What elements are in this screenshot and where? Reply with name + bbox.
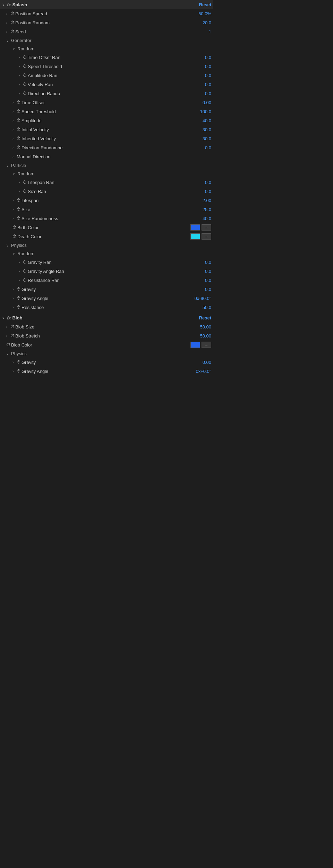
splash-collapse-arrow[interactable]: ∨: [2, 3, 6, 7]
particle-collapse-arrow[interactable]: ∨: [6, 164, 10, 167]
lifespan-row[interactable]: › ⏱ Lifespan 2.00: [0, 196, 213, 205]
direction-randomne-row[interactable]: › ⏱ Direction Randomne 0.0: [0, 143, 213, 152]
expand-arrow-direction-randomne[interactable]: ›: [12, 146, 17, 150]
blob-physics-collapse-arrow[interactable]: ∨: [6, 352, 10, 356]
expand-arrow-initial-velocity[interactable]: ›: [12, 128, 17, 132]
stopwatch-icon-blob-gravity[interactable]: ⏱: [17, 360, 21, 365]
death-color-arrow-btn[interactable]: →: [202, 233, 211, 240]
lifespan-ran-value[interactable]: 0.0: [205, 180, 211, 185]
stopwatch-icon-inherited-velocity[interactable]: ⏱: [17, 136, 21, 141]
gravity-ran-value[interactable]: 0.0: [205, 260, 211, 265]
generator-collapse-arrow[interactable]: ∨: [6, 39, 10, 42]
expand-arrow-time-offset[interactable]: ›: [12, 101, 17, 105]
expand-arrow-inherited-velocity[interactable]: ›: [12, 137, 17, 141]
expand-arrow-splash-gravity[interactable]: ›: [12, 287, 17, 291]
particle-random-collapse-arrow[interactable]: ∨: [12, 172, 16, 176]
expand-arrow-seed[interactable]: ›: [6, 30, 10, 34]
expand-arrow-blob-size[interactable]: ›: [6, 325, 10, 329]
expand-arrow-blob-stretch[interactable]: ›: [6, 334, 10, 338]
stopwatch-icon-gravity-ran[interactable]: ⏱: [23, 260, 27, 265]
expand-arrow-velocity-ran[interactable]: ›: [19, 83, 23, 86]
expand-arrow-size-ran[interactable]: ›: [19, 190, 23, 193]
blob-size-value[interactable]: 50.00: [200, 324, 211, 329]
blob-gravity-angle-row[interactable]: › ⏱ Gravity Angle 0x+0.0°: [0, 367, 213, 376]
blob-stretch-value[interactable]: 50.00: [200, 333, 211, 339]
stopwatch-icon-splash-gravity[interactable]: ⏱: [17, 287, 21, 292]
blob-physics-header[interactable]: ∨ Physics: [0, 349, 213, 358]
expand-arrow-splash-gravity-angle[interactable]: ›: [12, 297, 17, 300]
velocity-ran-value[interactable]: 0.0: [205, 82, 211, 87]
blob-color-row[interactable]: ⏱ Blob Color →: [0, 340, 213, 349]
generator-random-header[interactable]: ∨ Random: [0, 44, 213, 53]
stopwatch-icon-size-ran[interactable]: ⏱: [23, 189, 27, 194]
expand-arrow-direction-rando[interactable]: ›: [19, 92, 23, 95]
stopwatch-icon-blob-stretch[interactable]: ⏱: [10, 333, 15, 338]
blob-color-swatch[interactable]: [190, 342, 200, 348]
splash-gravity-angle-value[interactable]: 0x-90.0°: [194, 296, 211, 301]
expand-arrow-speed-threshold[interactable]: ›: [12, 110, 17, 114]
expand-arrow-lifespan-ran[interactable]: ›: [19, 181, 23, 184]
death-color-swatch[interactable]: [190, 233, 200, 240]
blob-color-arrow-btn[interactable]: →: [202, 342, 211, 348]
stopwatch-icon-gravity-angle-ran[interactable]: ⏱: [23, 269, 27, 274]
time-offset-row[interactable]: › ⏱ Time Offset 0.00: [0, 98, 213, 107]
expand-arrow-blob-gravity[interactable]: ›: [12, 360, 17, 364]
amplitude-ran-value[interactable]: 0.0: [205, 73, 211, 78]
stopwatch-icon-velocity-ran[interactable]: ⏱: [23, 82, 27, 87]
death-color-row[interactable]: ⏱ Death Color →: [0, 232, 213, 241]
stopwatch-icon-time-offset[interactable]: ⏱: [17, 100, 21, 105]
initial-velocity-value[interactable]: 30.0: [203, 127, 211, 132]
gravity-ran-row[interactable]: › ⏱ Gravity Ran 0.0: [0, 258, 213, 267]
stopwatch-icon-speed-threshold[interactable]: ⏱: [17, 109, 21, 114]
size-row[interactable]: › ⏱ Size 25.0: [0, 205, 213, 214]
blob-header[interactable]: ∨ fx Blob Reset: [0, 313, 213, 322]
stopwatch-icon-seed[interactable]: ⏱: [10, 29, 15, 34]
time-offset-ran-value[interactable]: 0.0: [205, 55, 211, 60]
stopwatch-icon-splash-resistance[interactable]: ⏱: [17, 305, 21, 310]
expand-arrow-amplitude-ran[interactable]: ›: [19, 74, 23, 77]
birth-color-swatch[interactable]: [190, 224, 200, 231]
gravity-angle-ran-value[interactable]: 0.0: [205, 269, 211, 274]
position-spread-row[interactable]: › ⏱ Position Spread 50.0%: [0, 9, 213, 18]
blob-reset-button[interactable]: Reset: [199, 315, 211, 320]
particle-random-header[interactable]: ∨ Random: [0, 169, 213, 178]
stopwatch-icon-direction-rando[interactable]: ⏱: [23, 91, 27, 96]
position-random-row[interactable]: › ⏱ Position Random 20.0: [0, 18, 213, 27]
time-offset-value[interactable]: 0.00: [203, 100, 211, 105]
amplitude-value[interactable]: 40.0: [203, 118, 211, 123]
stopwatch-icon-amplitude-ran[interactable]: ⏱: [23, 73, 27, 78]
initial-velocity-row[interactable]: › ⏱ Initial Velocity 30.0: [0, 125, 213, 134]
size-value[interactable]: 25.0: [203, 207, 211, 212]
blob-gravity-angle-value[interactable]: 0x+0.0°: [196, 369, 211, 374]
splash-physics-random-header[interactable]: ∨ Random: [0, 249, 213, 258]
stopwatch-icon-position-random[interactable]: ⏱: [10, 20, 15, 25]
speed-threshold-value[interactable]: 100.0: [200, 109, 211, 114]
size-randomness-row[interactable]: › ⏱ Size Randomness 40.0: [0, 214, 213, 223]
expand-arrow-blob-gravity-angle[interactable]: ›: [12, 369, 17, 373]
stopwatch-icon-time-offset-ran[interactable]: ⏱: [23, 55, 27, 60]
stopwatch-icon-birth-color[interactable]: ⏱: [12, 225, 17, 230]
inherited-velocity-value[interactable]: 30.0: [203, 136, 211, 141]
amplitude-ran-row[interactable]: › ⏱ Amplitude Ran 0.0: [0, 71, 213, 80]
generator-header[interactable]: ∨ Generator: [0, 36, 213, 44]
size-randomness-value[interactable]: 40.0: [203, 216, 211, 221]
birth-color-row[interactable]: ⏱ Birth Color →: [0, 223, 213, 232]
birth-color-arrow-btn[interactable]: →: [202, 224, 211, 231]
stopwatch-icon-death-color[interactable]: ⏱: [12, 234, 17, 239]
stopwatch-icon-blob-size[interactable]: ⏱: [10, 324, 15, 329]
stopwatch-icon-speed-threshold-ran[interactable]: ⏱: [23, 64, 27, 69]
size-ran-value[interactable]: 0.0: [205, 189, 211, 194]
blob-size-row[interactable]: › ⏱ Blob Size 50.00: [0, 322, 213, 331]
expand-arrow-gravity-angle-ran[interactable]: ›: [19, 269, 23, 273]
amplitude-row[interactable]: › ⏱ Amplitude 40.0: [0, 116, 213, 125]
stopwatch-icon-blob-color[interactable]: ⏱: [6, 342, 10, 347]
splash-physics-header[interactable]: ∨ Physics: [0, 241, 213, 249]
position-spread-value[interactable]: 50.0%: [198, 11, 211, 16]
stopwatch-icon-size-randomness[interactable]: ⏱: [17, 216, 21, 221]
expand-arrow-gravity-ran[interactable]: ›: [19, 260, 23, 264]
expand-arrow-lifespan[interactable]: ›: [12, 199, 17, 202]
gravity-angle-ran-row[interactable]: › ⏱ Gravity Angle Ran 0.0: [0, 267, 213, 276]
blob-gravity-value[interactable]: 0.00: [203, 360, 211, 365]
splash-header[interactable]: ∨ fx Splash Reset: [0, 0, 213, 9]
direction-rando-value[interactable]: 0.0: [205, 91, 211, 96]
